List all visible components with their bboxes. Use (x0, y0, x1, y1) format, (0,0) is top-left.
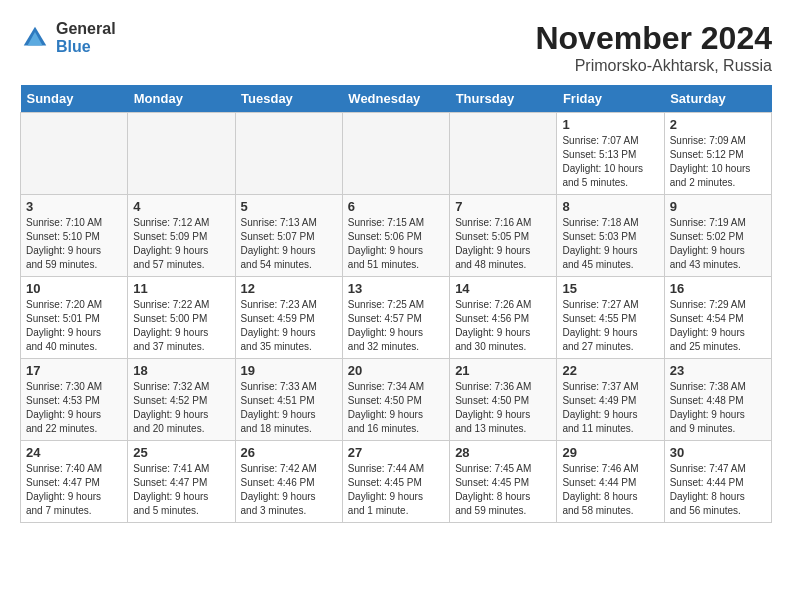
calendar-cell: 26Sunrise: 7:42 AM Sunset: 4:46 PM Dayli… (235, 441, 342, 523)
day-info: Sunrise: 7:40 AM Sunset: 4:47 PM Dayligh… (26, 462, 122, 518)
day-info: Sunrise: 7:07 AM Sunset: 5:13 PM Dayligh… (562, 134, 658, 190)
month-title: November 2024 (535, 20, 772, 57)
logo-general: General (56, 20, 116, 38)
calendar-cell (450, 113, 557, 195)
calendar-cell: 20Sunrise: 7:34 AM Sunset: 4:50 PM Dayli… (342, 359, 449, 441)
weekday-header: Saturday (664, 85, 771, 113)
day-info: Sunrise: 7:09 AM Sunset: 5:12 PM Dayligh… (670, 134, 766, 190)
calendar-cell: 29Sunrise: 7:46 AM Sunset: 4:44 PM Dayli… (557, 441, 664, 523)
weekday-header: Sunday (21, 85, 128, 113)
day-info: Sunrise: 7:23 AM Sunset: 4:59 PM Dayligh… (241, 298, 337, 354)
calendar-week: 1Sunrise: 7:07 AM Sunset: 5:13 PM Daylig… (21, 113, 772, 195)
day-info: Sunrise: 7:47 AM Sunset: 4:44 PM Dayligh… (670, 462, 766, 518)
day-info: Sunrise: 7:38 AM Sunset: 4:48 PM Dayligh… (670, 380, 766, 436)
day-number: 4 (133, 199, 229, 214)
calendar-cell: 30Sunrise: 7:47 AM Sunset: 4:44 PM Dayli… (664, 441, 771, 523)
day-info: Sunrise: 7:16 AM Sunset: 5:05 PM Dayligh… (455, 216, 551, 272)
day-info: Sunrise: 7:44 AM Sunset: 4:45 PM Dayligh… (348, 462, 444, 518)
logo-blue: Blue (56, 38, 116, 56)
day-info: Sunrise: 7:22 AM Sunset: 5:00 PM Dayligh… (133, 298, 229, 354)
day-info: Sunrise: 7:30 AM Sunset: 4:53 PM Dayligh… (26, 380, 122, 436)
day-number: 5 (241, 199, 337, 214)
day-number: 17 (26, 363, 122, 378)
calendar-cell: 7Sunrise: 7:16 AM Sunset: 5:05 PM Daylig… (450, 195, 557, 277)
day-number: 8 (562, 199, 658, 214)
calendar-cell: 22Sunrise: 7:37 AM Sunset: 4:49 PM Dayli… (557, 359, 664, 441)
calendar-cell: 21Sunrise: 7:36 AM Sunset: 4:50 PM Dayli… (450, 359, 557, 441)
day-info: Sunrise: 7:33 AM Sunset: 4:51 PM Dayligh… (241, 380, 337, 436)
calendar-cell (235, 113, 342, 195)
day-number: 7 (455, 199, 551, 214)
logo-text: General Blue (56, 20, 116, 55)
calendar-cell: 23Sunrise: 7:38 AM Sunset: 4:48 PM Dayli… (664, 359, 771, 441)
calendar-cell: 19Sunrise: 7:33 AM Sunset: 4:51 PM Dayli… (235, 359, 342, 441)
day-info: Sunrise: 7:12 AM Sunset: 5:09 PM Dayligh… (133, 216, 229, 272)
day-number: 22 (562, 363, 658, 378)
calendar-cell (342, 113, 449, 195)
day-info: Sunrise: 7:34 AM Sunset: 4:50 PM Dayligh… (348, 380, 444, 436)
day-number: 15 (562, 281, 658, 296)
day-info: Sunrise: 7:27 AM Sunset: 4:55 PM Dayligh… (562, 298, 658, 354)
day-number: 9 (670, 199, 766, 214)
day-info: Sunrise: 7:32 AM Sunset: 4:52 PM Dayligh… (133, 380, 229, 436)
day-number: 23 (670, 363, 766, 378)
calendar-cell (21, 113, 128, 195)
calendar-table: SundayMondayTuesdayWednesdayThursdayFrid… (20, 85, 772, 523)
calendar-cell: 11Sunrise: 7:22 AM Sunset: 5:00 PM Dayli… (128, 277, 235, 359)
logo: General Blue (20, 20, 116, 55)
day-number: 12 (241, 281, 337, 296)
day-number: 20 (348, 363, 444, 378)
day-number: 10 (26, 281, 122, 296)
weekday-header: Monday (128, 85, 235, 113)
day-info: Sunrise: 7:46 AM Sunset: 4:44 PM Dayligh… (562, 462, 658, 518)
calendar-week: 10Sunrise: 7:20 AM Sunset: 5:01 PM Dayli… (21, 277, 772, 359)
calendar-cell: 27Sunrise: 7:44 AM Sunset: 4:45 PM Dayli… (342, 441, 449, 523)
calendar-cell: 1Sunrise: 7:07 AM Sunset: 5:13 PM Daylig… (557, 113, 664, 195)
calendar-cell: 13Sunrise: 7:25 AM Sunset: 4:57 PM Dayli… (342, 277, 449, 359)
weekday-header: Friday (557, 85, 664, 113)
day-info: Sunrise: 7:37 AM Sunset: 4:49 PM Dayligh… (562, 380, 658, 436)
day-number: 6 (348, 199, 444, 214)
calendar-cell: 24Sunrise: 7:40 AM Sunset: 4:47 PM Dayli… (21, 441, 128, 523)
day-info: Sunrise: 7:18 AM Sunset: 5:03 PM Dayligh… (562, 216, 658, 272)
calendar-week: 3Sunrise: 7:10 AM Sunset: 5:10 PM Daylig… (21, 195, 772, 277)
day-number: 29 (562, 445, 658, 460)
header-row: SundayMondayTuesdayWednesdayThursdayFrid… (21, 85, 772, 113)
day-number: 27 (348, 445, 444, 460)
calendar-cell (128, 113, 235, 195)
day-info: Sunrise: 7:26 AM Sunset: 4:56 PM Dayligh… (455, 298, 551, 354)
calendar-week: 17Sunrise: 7:30 AM Sunset: 4:53 PM Dayli… (21, 359, 772, 441)
calendar-cell: 6Sunrise: 7:15 AM Sunset: 5:06 PM Daylig… (342, 195, 449, 277)
day-info: Sunrise: 7:42 AM Sunset: 4:46 PM Dayligh… (241, 462, 337, 518)
day-info: Sunrise: 7:15 AM Sunset: 5:06 PM Dayligh… (348, 216, 444, 272)
day-info: Sunrise: 7:36 AM Sunset: 4:50 PM Dayligh… (455, 380, 551, 436)
calendar-cell: 9Sunrise: 7:19 AM Sunset: 5:02 PM Daylig… (664, 195, 771, 277)
day-number: 14 (455, 281, 551, 296)
day-info: Sunrise: 7:25 AM Sunset: 4:57 PM Dayligh… (348, 298, 444, 354)
day-number: 21 (455, 363, 551, 378)
calendar-cell: 12Sunrise: 7:23 AM Sunset: 4:59 PM Dayli… (235, 277, 342, 359)
calendar-week: 24Sunrise: 7:40 AM Sunset: 4:47 PM Dayli… (21, 441, 772, 523)
title-block: November 2024 Primorsko-Akhtarsk, Russia (535, 20, 772, 75)
calendar-cell: 17Sunrise: 7:30 AM Sunset: 4:53 PM Dayli… (21, 359, 128, 441)
day-number: 18 (133, 363, 229, 378)
calendar-cell: 28Sunrise: 7:45 AM Sunset: 4:45 PM Dayli… (450, 441, 557, 523)
calendar-cell: 5Sunrise: 7:13 AM Sunset: 5:07 PM Daylig… (235, 195, 342, 277)
day-number: 16 (670, 281, 766, 296)
calendar-cell: 15Sunrise: 7:27 AM Sunset: 4:55 PM Dayli… (557, 277, 664, 359)
day-info: Sunrise: 7:20 AM Sunset: 5:01 PM Dayligh… (26, 298, 122, 354)
day-number: 28 (455, 445, 551, 460)
day-number: 2 (670, 117, 766, 132)
calendar-cell: 16Sunrise: 7:29 AM Sunset: 4:54 PM Dayli… (664, 277, 771, 359)
day-number: 1 (562, 117, 658, 132)
day-info: Sunrise: 7:19 AM Sunset: 5:02 PM Dayligh… (670, 216, 766, 272)
calendar-cell: 10Sunrise: 7:20 AM Sunset: 5:01 PM Dayli… (21, 277, 128, 359)
day-info: Sunrise: 7:29 AM Sunset: 4:54 PM Dayligh… (670, 298, 766, 354)
calendar-cell: 2Sunrise: 7:09 AM Sunset: 5:12 PM Daylig… (664, 113, 771, 195)
page-header: General Blue November 2024 Primorsko-Akh… (20, 20, 772, 75)
calendar-cell: 25Sunrise: 7:41 AM Sunset: 4:47 PM Dayli… (128, 441, 235, 523)
calendar-cell: 8Sunrise: 7:18 AM Sunset: 5:03 PM Daylig… (557, 195, 664, 277)
weekday-header: Tuesday (235, 85, 342, 113)
day-info: Sunrise: 7:10 AM Sunset: 5:10 PM Dayligh… (26, 216, 122, 272)
day-info: Sunrise: 7:13 AM Sunset: 5:07 PM Dayligh… (241, 216, 337, 272)
